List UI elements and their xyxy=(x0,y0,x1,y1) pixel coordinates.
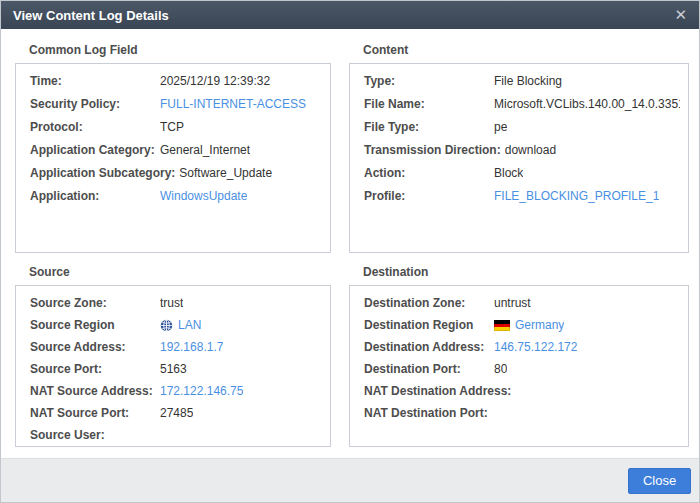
field-value: pe xyxy=(494,116,507,139)
field-row: Time:2025/12/19 12:39:32 xyxy=(30,70,322,93)
field-label: NAT Source Address: xyxy=(30,380,160,402)
field-value: untrust xyxy=(494,292,531,314)
field-row: Type:File Blocking xyxy=(364,70,680,93)
field-row: Source Port:5163 xyxy=(30,358,322,380)
section-title: Source xyxy=(29,265,331,280)
section-box-source: Source Zone:trustSource RegionLANSource … xyxy=(15,285,331,447)
field-label: File Type: xyxy=(364,116,494,139)
field-row: Protocol:TCP xyxy=(30,116,322,139)
section-title: Content xyxy=(363,43,689,58)
field-label: Destination Region xyxy=(364,314,494,336)
field-label: Application: xyxy=(30,185,160,208)
field-value: Block xyxy=(494,162,523,185)
section-source: Source Source Zone:trustSource RegionLAN… xyxy=(15,265,331,447)
field-label: NAT Source Port: xyxy=(30,402,160,424)
field-value: 5163 xyxy=(160,358,187,380)
section-destination: Destination Destination Zone:untrustDest… xyxy=(349,265,689,447)
field-value: General_Internet xyxy=(160,139,250,162)
field-value: 80 xyxy=(494,358,507,380)
field-value: Microsoft.VCLibs.140.00_14.0.3351... xyxy=(494,93,680,116)
field-label: Security Policy: xyxy=(30,93,160,116)
field-value-link[interactable]: LAN xyxy=(160,314,201,336)
field-label: Destination Zone: xyxy=(364,292,494,314)
dialog-title: View Content Log Details xyxy=(13,8,169,23)
field-value: download xyxy=(505,139,556,162)
field-row: Application:WindowsUpdate xyxy=(30,185,322,208)
field-row: Application Subcategory:Software_Update xyxy=(30,162,322,185)
germany-flag-icon xyxy=(494,320,510,331)
section-box-common-log-field: Time:2025/12/19 12:39:32Security Policy:… xyxy=(15,63,331,253)
field-label: NAT Destination Port: xyxy=(364,402,494,424)
view-content-log-details-dialog: View Content Log Details ✕ Common Log Fi… xyxy=(0,0,700,503)
field-row: File Type:pe xyxy=(364,116,680,139)
section-box-content: Type:File BlockingFile Name:Microsoft.VC… xyxy=(349,63,689,253)
field-row: Destination Port:80 xyxy=(364,358,680,380)
field-row: Action:Block xyxy=(364,162,680,185)
field-row: NAT Destination Port: xyxy=(364,402,680,424)
field-label: Type: xyxy=(364,70,494,93)
field-row: Source RegionLAN xyxy=(30,314,322,336)
field-row: File Name:Microsoft.VCLibs.140.00_14.0.3… xyxy=(364,93,680,116)
sections-grid: Common Log Field Time:2025/12/19 12:39:3… xyxy=(15,43,687,447)
field-label: Application Category: xyxy=(30,139,160,162)
field-label: Protocol: xyxy=(30,116,160,139)
field-label: Source User: xyxy=(30,424,160,446)
section-box-destination: Destination Zone:untrustDestination Regi… xyxy=(349,285,689,447)
field-label: File Name: xyxy=(364,93,494,116)
field-row: NAT Source Address:172.122.146.75 xyxy=(30,380,322,402)
field-row: Destination Address:146.75.122.172 xyxy=(364,336,680,358)
section-title: Destination xyxy=(363,265,689,280)
field-row: Source Address:192.168.1.7 xyxy=(30,336,322,358)
field-row: Security Policy:FULL-INTERNET-ACCESS xyxy=(30,93,322,116)
field-label: Source Zone: xyxy=(30,292,160,314)
field-label: Source Address: xyxy=(30,336,160,358)
field-label: Destination Address: xyxy=(364,336,494,358)
dialog-titlebar: View Content Log Details ✕ xyxy=(1,1,699,29)
field-value: 2025/12/19 12:39:32 xyxy=(160,70,270,93)
close-button[interactable]: Close xyxy=(628,468,691,494)
dialog-body: Common Log Field Time:2025/12/19 12:39:3… xyxy=(1,29,699,447)
field-label: Action: xyxy=(364,162,494,185)
field-label: Transmission Direction: xyxy=(364,139,505,162)
field-label: Time: xyxy=(30,70,160,93)
field-row: Transmission Direction:download xyxy=(364,139,680,162)
globe-icon xyxy=(160,319,173,332)
field-value-link[interactable]: 172.122.146.75 xyxy=(160,380,243,402)
field-row: NAT Source Port:27485 xyxy=(30,402,322,424)
field-label: Destination Port: xyxy=(364,358,494,380)
field-row: NAT Destination Address: xyxy=(364,380,680,402)
field-row: Source Zone:trust xyxy=(30,292,322,314)
section-title: Common Log Field xyxy=(29,43,331,58)
close-icon[interactable]: ✕ xyxy=(674,1,687,29)
dialog-footer: Close xyxy=(1,458,699,502)
section-content: Content Type:File BlockingFile Name:Micr… xyxy=(349,43,689,253)
field-value: TCP xyxy=(160,116,184,139)
field-label: Source Region xyxy=(30,314,160,336)
field-value-link[interactable]: WindowsUpdate xyxy=(160,185,247,208)
field-value: 27485 xyxy=(160,402,193,424)
field-row: Destination Zone:untrust xyxy=(364,292,680,314)
field-row: Source User: xyxy=(30,424,322,446)
field-row: Profile:FILE_BLOCKING_PROFILE_1 xyxy=(364,185,680,208)
field-label: Profile: xyxy=(364,185,494,208)
field-label: Application Subcategory: xyxy=(30,162,179,185)
field-row: Application Category:General_Internet xyxy=(30,139,322,162)
field-label: NAT Destination Address: xyxy=(364,380,515,402)
field-value-link[interactable]: Germany xyxy=(494,314,564,336)
field-label: Source Port: xyxy=(30,358,160,380)
field-value: trust xyxy=(160,292,183,314)
field-row: Destination RegionGermany xyxy=(364,314,680,336)
section-common-log-field: Common Log Field Time:2025/12/19 12:39:3… xyxy=(15,43,331,253)
field-value: Software_Update xyxy=(179,162,272,185)
field-value-link[interactable]: 192.168.1.7 xyxy=(160,336,223,358)
field-value: File Blocking xyxy=(494,70,562,93)
field-value-link[interactable]: FULL-INTERNET-ACCESS xyxy=(160,93,306,116)
field-value-link[interactable]: FILE_BLOCKING_PROFILE_1 xyxy=(494,185,659,208)
field-value-link[interactable]: 146.75.122.172 xyxy=(494,336,577,358)
